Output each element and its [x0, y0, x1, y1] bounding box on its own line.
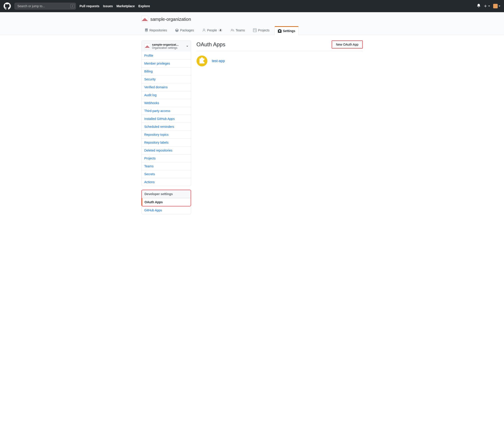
people-count: 4: [218, 29, 223, 32]
tab-people[interactable]: People 4: [199, 26, 226, 35]
nav-issues[interactable]: Issues: [103, 4, 113, 8]
nav-pull-requests[interactable]: Pull requests: [80, 4, 99, 8]
org-avatar-icon: ◢◣: [141, 16, 148, 23]
gear-icon: [278, 29, 281, 33]
developer-settings-menu: Developer settings OAuth Apps: [141, 190, 191, 206]
package-icon: [175, 28, 179, 32]
sidebar-item[interactable]: Repository labels: [142, 138, 191, 146]
tab-label: People: [207, 28, 217, 32]
caret-down-icon: [488, 6, 490, 7]
sidebar-item[interactable]: Scheduled reminders: [142, 123, 191, 131]
org-avatar-icon: ◢◣: [144, 43, 150, 49]
caret-down-icon: [499, 6, 500, 7]
org-settings-menu: ◢◣ sample-organizat... Organization sett…: [141, 40, 191, 186]
search-key-hint: /: [71, 4, 74, 8]
sidebar-item-oauth-apps[interactable]: OAuth Apps: [142, 198, 191, 206]
app-puzzle-icon: [197, 56, 207, 66]
sidebar-item[interactable]: Profile: [142, 52, 191, 59]
sidebar-item[interactable]: Webhooks: [142, 99, 191, 107]
main-layout: ◢◣ sample-organizat... Organization sett…: [141, 35, 363, 227]
search-input[interactable]: [14, 3, 76, 9]
sidebar-item[interactable]: Secrets: [142, 170, 191, 178]
avatar-icon: [493, 4, 498, 8]
nav-explore[interactable]: Explore: [138, 4, 150, 8]
sidebar-item-github-apps[interactable]: GitHub Apps: [142, 206, 191, 214]
settings-sidebar: ◢◣ sample-organizat... Organization sett…: [141, 40, 191, 218]
page-title: OAuth Apps: [197, 41, 225, 48]
sidebar-item[interactable]: Installed GitHub Apps: [142, 115, 191, 123]
developer-settings-menu-cont: GitHub Apps: [141, 206, 191, 214]
menu-header-name: sample-organizat...: [152, 43, 179, 46]
menu-header-sub: Organization settings: [152, 46, 179, 49]
org-header: ◢◣ sample-organization: [141, 16, 363, 26]
sidebar-item[interactable]: Billing: [142, 67, 191, 75]
sidebar-item[interactable]: Projects: [142, 154, 191, 162]
sidebar-item[interactable]: Actions: [142, 178, 191, 186]
sidebar-item[interactable]: Deleted repositories: [142, 146, 191, 154]
sidebar-item[interactable]: Audit log: [142, 91, 191, 99]
subheader: ◢◣ sample-organization Repositories Pack…: [0, 12, 504, 35]
tab-repositories[interactable]: Repositories: [141, 26, 170, 35]
tab-projects[interactable]: Projects: [250, 26, 273, 35]
app-row: test-app: [197, 51, 363, 71]
top-nav: Pull requests Issues Marketplace Explore: [80, 4, 150, 8]
topbar-right: [477, 4, 500, 8]
app-name-link[interactable]: test-app: [212, 59, 225, 63]
plus-dropdown[interactable]: [484, 4, 490, 8]
sidebar-item[interactable]: Repository topics: [142, 131, 191, 138]
tab-teams[interactable]: Teams: [227, 26, 248, 35]
sidebar-item[interactable]: Member privileges: [142, 59, 191, 67]
nav-marketplace[interactable]: Marketplace: [117, 4, 135, 8]
github-logo-icon[interactable]: [4, 2, 11, 10]
content-header: OAuth Apps New OAuth App: [197, 40, 363, 51]
people-icon: [231, 28, 234, 32]
menu-header[interactable]: ◢◣ sample-organizat... Organization sett…: [142, 41, 191, 52]
tab-label: Settings: [283, 29, 295, 33]
new-oauth-app-button[interactable]: New OAuth App: [333, 41, 362, 48]
repo-icon: [144, 28, 148, 32]
org-tabs: Repositories Packages People 4 Teams Pro…: [141, 26, 363, 35]
notifications-icon[interactable]: [477, 4, 480, 8]
search-input-wrapper: /: [14, 3, 76, 9]
project-icon: [253, 28, 257, 32]
user-avatar-dropdown[interactable]: [493, 4, 500, 8]
sidebar-item[interactable]: Verified domains: [142, 83, 191, 91]
sidebar-item[interactable]: Teams: [142, 162, 191, 170]
sidebar-item[interactable]: Security: [142, 75, 191, 83]
tab-label: Repositories: [150, 28, 167, 32]
sidebar-item[interactable]: Third-party access: [142, 107, 191, 115]
chevron-down-icon: [186, 46, 188, 47]
tab-label: Teams: [236, 28, 245, 32]
content: OAuth Apps New OAuth App test-app: [197, 40, 363, 218]
tab-settings[interactable]: Settings: [274, 26, 299, 35]
topbar: / Pull requests Issues Marketplace Explo…: [0, 0, 504, 12]
org-name[interactable]: sample-organization: [151, 17, 191, 22]
dev-settings-header: Developer settings: [142, 190, 191, 198]
person-icon: [202, 28, 206, 32]
tab-packages[interactable]: Packages: [172, 26, 197, 35]
tab-label: Packages: [180, 28, 194, 32]
tab-label: Projects: [258, 28, 270, 32]
